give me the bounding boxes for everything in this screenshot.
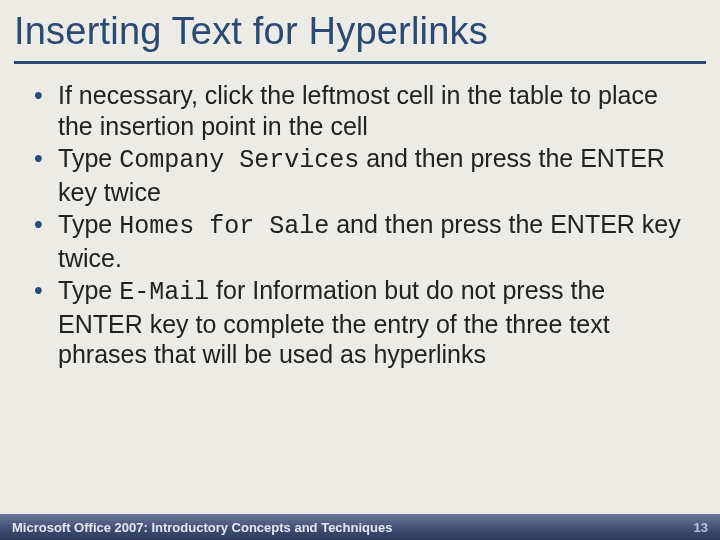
bullet-list: If necessary, click the leftmost cell in… xyxy=(34,80,686,370)
bullet-text-pre: Type xyxy=(58,276,119,304)
footer-text: Microsoft Office 2007: Introductory Conc… xyxy=(12,520,392,535)
page-number: 13 xyxy=(694,520,708,535)
slide: Inserting Text for Hyperlinks If necessa… xyxy=(0,0,720,540)
title-underline xyxy=(14,61,706,64)
bullet-item: Type E-Mail for Information but do not p… xyxy=(34,275,686,370)
bullet-item: If necessary, click the leftmost cell in… xyxy=(34,80,686,141)
bullet-text-pre: Type xyxy=(58,144,119,172)
bullet-item: Type Company Services and then press the… xyxy=(34,143,686,207)
slide-body: If necessary, click the leftmost cell in… xyxy=(0,76,720,540)
slide-footer: Microsoft Office 2007: Introductory Conc… xyxy=(0,514,720,540)
bullet-code: E-Mail xyxy=(119,278,209,307)
bullet-code: Company Services xyxy=(119,146,359,175)
slide-title: Inserting Text for Hyperlinks xyxy=(0,0,720,59)
bullet-text: If necessary, click the leftmost cell in… xyxy=(58,81,658,140)
bullet-text-pre: Type xyxy=(58,210,119,238)
bullet-item: Type Homes for Sale and then press the E… xyxy=(34,209,686,273)
bullet-code: Homes for Sale xyxy=(119,212,329,241)
